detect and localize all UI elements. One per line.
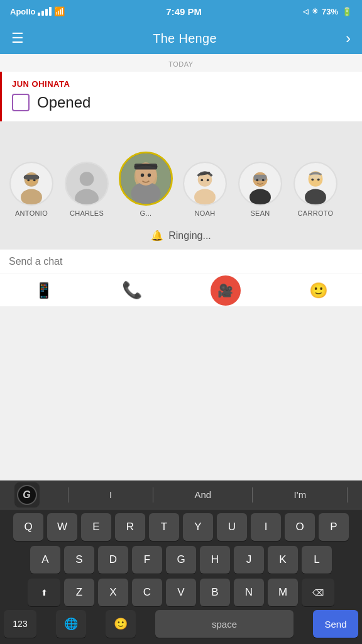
battery-icon: 🔋 <box>342 7 352 16</box>
svg-point-9 <box>80 172 94 186</box>
key-c[interactable]: C <box>132 579 162 606</box>
svg-rect-28 <box>254 175 267 180</box>
svg-point-22 <box>200 179 203 181</box>
charles-avatar <box>65 162 109 206</box>
story-charles[interactable]: CHARLES <box>59 162 114 217</box>
story-carroto[interactable]: CARROTO <box>288 162 343 217</box>
notification-card[interactable]: JUN OHINATA Opened <box>0 72 362 121</box>
nav-title: The Henge <box>153 31 217 46</box>
carroto-name: CARROTO <box>298 209 334 217</box>
key-o[interactable]: O <box>285 513 315 541</box>
num-key[interactable]: 123 <box>4 610 36 638</box>
key-m[interactable]: M <box>268 579 298 606</box>
ringing-text: 🔔 Ringing... <box>151 230 211 242</box>
key-q[interactable]: Q <box>13 513 43 541</box>
notification-content: Opened <box>12 94 352 111</box>
story-g[interactable]: G... <box>114 152 177 217</box>
suggestion-im[interactable]: I'm <box>282 489 319 500</box>
key-d[interactable]: D <box>98 546 128 574</box>
key-z[interactable]: Z <box>64 579 94 606</box>
key-v[interactable]: V <box>166 579 196 606</box>
grammarly-button[interactable]: G <box>14 482 40 508</box>
bar2 <box>41 11 44 16</box>
send-key[interactable]: Send <box>313 610 358 638</box>
key-i[interactable]: I <box>251 513 281 541</box>
next-button[interactable]: › <box>346 30 351 47</box>
key-l[interactable]: L <box>302 546 332 574</box>
key-r[interactable]: R <box>115 513 145 541</box>
action-bar: 📱 📞 🎥 🙂 <box>0 274 362 306</box>
opened-text: Opened <box>37 94 90 111</box>
divider1 <box>68 487 69 502</box>
carroto-avatar <box>293 162 337 206</box>
svg-rect-7 <box>25 175 39 180</box>
key-e[interactable]: E <box>81 513 111 541</box>
bluetooth-icon: ✳ <box>312 7 318 16</box>
menu-button[interactable]: ☰ <box>11 30 24 47</box>
story-sean[interactable]: SEAN <box>233 162 288 217</box>
keyboard: G I And I'm Q W E R T Y U I O P A S D F … <box>0 480 362 644</box>
key-j[interactable]: J <box>234 546 264 574</box>
keyboard-row-1: Q W E R T Y U I O P <box>0 509 362 542</box>
chat-input-bar <box>0 249 362 274</box>
sticker-icon[interactable]: 📱 <box>35 282 53 299</box>
space-key[interactable]: space <box>155 610 293 638</box>
globe-key[interactable]: 🌐 <box>56 610 86 638</box>
story-noah[interactable]: NOAH <box>177 162 233 217</box>
divider3 <box>252 487 253 502</box>
svg-point-16 <box>148 174 151 177</box>
key-p[interactable]: P <box>319 513 349 541</box>
chat-input[interactable] <box>9 256 353 267</box>
suggestions-row: G I And I'm <box>0 480 362 509</box>
grammarly-logo: G <box>17 485 37 505</box>
key-n[interactable]: N <box>234 579 264 606</box>
emoji-key[interactable]: 🙂 <box>106 610 136 638</box>
shift-key[interactable]: ⬆ <box>28 579 60 606</box>
bar4 <box>49 7 52 16</box>
story-antonio[interactable]: ANTONIO <box>4 162 59 217</box>
content-area: TODAY JUN OHINATA Opened <box>0 54 362 306</box>
key-a[interactable]: A <box>30 546 60 574</box>
keyboard-row-2: A S D F G H J K L <box>0 542 362 575</box>
antonio-name: ANTONIO <box>15 209 48 217</box>
key-g[interactable]: G <box>166 546 196 574</box>
status-bar: Apollo 📶 7:49 PM ◁ ✳ 73% 🔋 <box>0 0 362 23</box>
keyboard-row-3: ⬆ Z X C V B N M ⌫ <box>0 575 362 608</box>
noah-name: NOAH <box>195 209 216 217</box>
signal-bars <box>38 7 52 16</box>
g-name: G... <box>140 209 152 217</box>
backspace-key[interactable]: ⌫ <box>302 579 334 606</box>
battery-label: 73% <box>322 7 338 16</box>
key-h[interactable]: H <box>200 546 230 574</box>
key-s[interactable]: S <box>64 546 94 574</box>
key-x[interactable]: X <box>98 579 128 606</box>
antonio-avatar <box>9 162 53 206</box>
sean-name: SEAN <box>250 209 270 217</box>
suggestion-i[interactable]: I <box>97 489 124 500</box>
key-b[interactable]: B <box>200 579 230 606</box>
location-icon: ◁ <box>303 8 308 16</box>
today-label: TODAY <box>168 60 193 68</box>
svg-point-37 <box>310 175 322 180</box>
phone-icon[interactable]: 📞 <box>122 280 142 300</box>
status-left: Apollo 📶 <box>10 6 65 16</box>
divider4 <box>347 487 348 502</box>
suggestion-and[interactable]: And <box>182 489 224 500</box>
nav-bar: ☰ The Henge › <box>0 23 362 54</box>
key-w[interactable]: W <box>47 513 77 541</box>
key-f[interactable]: F <box>132 546 162 574</box>
checkbox-icon <box>12 94 30 111</box>
carrier-label: Apollo <box>10 7 35 16</box>
key-t[interactable]: T <box>149 513 179 541</box>
emoji-action-icon[interactable]: 🙂 <box>309 282 328 299</box>
charles-name: CHARLES <box>70 209 104 217</box>
today-divider: TODAY <box>0 54 362 72</box>
divider2 <box>153 487 153 502</box>
story-bar: ANTONIO CHARLES <box>0 121 362 222</box>
key-y[interactable]: Y <box>183 513 213 541</box>
key-u[interactable]: U <box>217 513 247 541</box>
bar1 <box>38 13 40 16</box>
key-k[interactable]: K <box>268 546 298 574</box>
video-call-button[interactable]: 🎥 <box>211 275 241 306</box>
svg-point-29 <box>256 179 258 181</box>
